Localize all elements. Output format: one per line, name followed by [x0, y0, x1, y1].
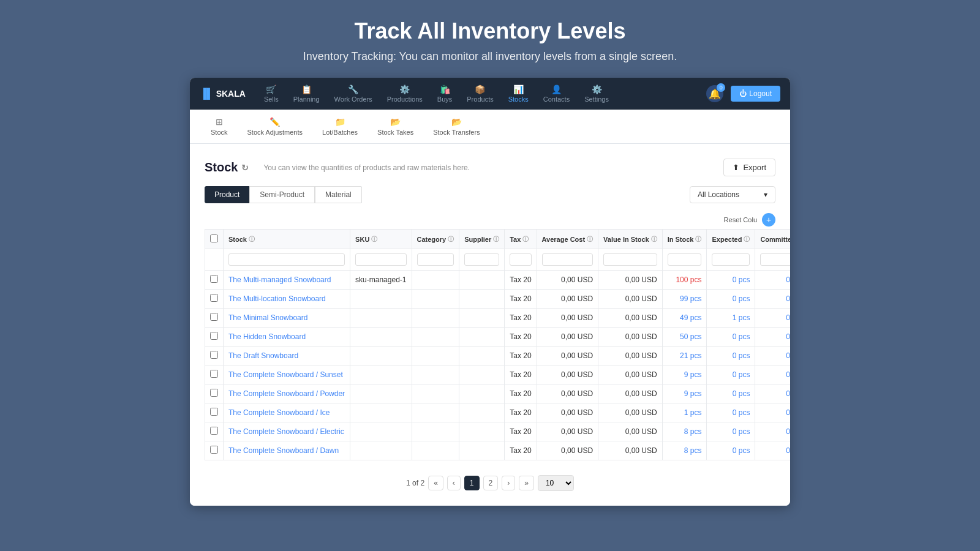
row-expected-2[interactable]: 1 pcs	[707, 309, 755, 328]
row-name-1[interactable]: The Multi-location Snowboard	[224, 290, 350, 309]
filter-tax-input[interactable]	[505, 249, 537, 271]
row-in-stock-9[interactable]: 8 pcs	[662, 441, 707, 460]
row-expected-6[interactable]: 0 pcs	[707, 384, 755, 403]
row-checkbox-1[interactable]	[205, 290, 224, 309]
first-page-button[interactable]: «	[428, 476, 443, 490]
row-expected-5[interactable]: 0 pcs	[707, 365, 755, 384]
row-expected-4[interactable]: 0 pcs	[707, 347, 755, 365]
row-in-stock-8[interactable]: 8 pcs	[662, 422, 707, 441]
row-in-stock-6[interactable]: 9 pcs	[662, 384, 707, 403]
refresh-icon[interactable]: ↻	[241, 163, 249, 173]
filter-expected-input[interactable]	[707, 249, 755, 271]
add-column-button[interactable]: +	[762, 213, 775, 227]
in-stock-filter-input[interactable]	[668, 253, 702, 266]
tax-filter-input[interactable]	[510, 253, 531, 266]
row-in-stock-1[interactable]: 99 pcs	[662, 290, 707, 309]
row-committed-0[interactable]: 0 pcs	[755, 271, 790, 290]
subnav-stock[interactable]: ⊞ Stock	[202, 113, 236, 140]
nav-item-planning[interactable]: 📋 Planning	[287, 81, 326, 107]
row-name-6[interactable]: The Complete Snowboard / Powder	[224, 384, 350, 403]
row-checkbox-3[interactable]	[205, 328, 224, 347]
prev-page-button[interactable]: ‹	[447, 476, 461, 490]
row-in-stock-5[interactable]: 9 pcs	[662, 365, 707, 384]
select-all-checkbox[interactable]	[210, 234, 218, 242]
filter-sku-input[interactable]	[350, 249, 412, 271]
row-name-3[interactable]: The Hidden Snowboard	[224, 328, 350, 347]
tab-product[interactable]: Product	[205, 186, 249, 203]
row-name-2[interactable]: The Minimal Snowboard	[224, 309, 350, 328]
per-page-select[interactable]: 10 25 50 100	[538, 475, 574, 491]
row-committed-5[interactable]: 0 pcs	[755, 365, 790, 384]
last-page-button[interactable]: »	[519, 476, 534, 490]
expected-filter-input[interactable]	[712, 253, 750, 266]
nav-item-buys[interactable]: 🛍️ Buys	[431, 81, 458, 107]
row-committed-3[interactable]: 0 pcs	[755, 328, 790, 347]
row-expected-0[interactable]: 0 pcs	[707, 271, 755, 290]
row-check-0[interactable]	[210, 275, 218, 283]
row-expected-9[interactable]: 0 pcs	[707, 441, 755, 460]
nav-item-settings[interactable]: ⚙️ Settings	[578, 81, 615, 107]
row-checkbox-5[interactable]	[205, 365, 224, 384]
row-checkbox-9[interactable]	[205, 441, 224, 460]
row-committed-2[interactable]: 0 pcs	[755, 309, 790, 328]
row-committed-9[interactable]: 0 pcs	[755, 441, 790, 460]
nav-item-stocks[interactable]: 📊 Stocks	[502, 81, 535, 107]
row-name-4[interactable]: The Draft Snowboard	[224, 347, 350, 365]
row-committed-8[interactable]: 0 pcs	[755, 422, 790, 441]
row-checkbox-2[interactable]	[205, 309, 224, 328]
committed-filter-input[interactable]	[760, 253, 790, 266]
subnav-stock-transfers[interactable]: 📂 Stock Transfers	[424, 113, 488, 140]
row-check-7[interactable]	[210, 408, 218, 416]
row-name-8[interactable]: The Complete Snowboard / Electric	[224, 422, 350, 441]
row-check-4[interactable]	[210, 351, 218, 359]
row-checkbox-0[interactable]	[205, 271, 224, 290]
filter-avg-cost-input[interactable]	[537, 249, 598, 271]
stock-filter-input[interactable]	[228, 253, 345, 266]
row-in-stock-7[interactable]: 1 pcs	[662, 403, 707, 422]
sku-filter-input[interactable]	[355, 253, 406, 266]
row-expected-8[interactable]: 0 pcs	[707, 422, 755, 441]
nav-item-productions[interactable]: ⚙️ Productions	[381, 81, 429, 107]
row-checkbox-7[interactable]	[205, 403, 224, 422]
nav-item-products[interactable]: 📦 Products	[461, 81, 499, 107]
filter-stock-input[interactable]	[224, 249, 350, 271]
tab-semi-product[interactable]: Semi-Product	[249, 186, 315, 203]
row-name-0[interactable]: The Multi-managed Snowboard	[224, 271, 350, 290]
row-in-stock-0[interactable]: 100 pcs	[662, 271, 707, 290]
nav-item-sells[interactable]: 🛒 Sells	[258, 81, 285, 107]
row-check-8[interactable]	[210, 427, 218, 435]
row-check-5[interactable]	[210, 370, 218, 378]
nav-item-workorders[interactable]: 🔧 Work Orders	[328, 81, 379, 107]
row-check-3[interactable]	[210, 332, 218, 340]
category-filter-input[interactable]	[417, 253, 454, 266]
row-checkbox-8[interactable]	[205, 422, 224, 441]
filter-in-stock-input[interactable]	[662, 249, 707, 271]
next-page-button[interactable]: ›	[502, 476, 515, 490]
row-check-1[interactable]	[210, 294, 218, 302]
row-name-9[interactable]: The Complete Snowboard / Dawn	[224, 441, 350, 460]
page-2-button[interactable]: 2	[483, 476, 499, 490]
location-select[interactable]: All Locations ▾	[690, 186, 775, 203]
page-1-button[interactable]: 1	[464, 476, 480, 490]
row-expected-7[interactable]: 0 pcs	[707, 403, 755, 422]
filter-value-stock-input[interactable]	[598, 249, 663, 271]
row-name-5[interactable]: The Complete Snowboard / Sunset	[224, 365, 350, 384]
row-committed-1[interactable]: 0 pcs	[755, 290, 790, 309]
filter-supplier-input[interactable]	[459, 249, 505, 271]
row-check-6[interactable]	[210, 389, 218, 397]
row-check-2[interactable]	[210, 313, 218, 321]
tab-material[interactable]: Material	[315, 186, 362, 203]
logout-button[interactable]: ⏻ Logout	[731, 86, 780, 102]
export-button[interactable]: ⬆ Export	[723, 159, 775, 176]
row-committed-4[interactable]: 0 pcs	[755, 347, 790, 365]
supplier-filter-input[interactable]	[464, 253, 499, 266]
filter-committed-input[interactable]	[755, 249, 790, 271]
row-committed-7[interactable]: 0 pcs	[755, 403, 790, 422]
filter-category-input[interactable]	[412, 249, 459, 271]
row-check-9[interactable]	[210, 446, 218, 454]
row-expected-3[interactable]: 0 pcs	[707, 328, 755, 347]
row-checkbox-6[interactable]	[205, 384, 224, 403]
row-in-stock-3[interactable]: 50 pcs	[662, 328, 707, 347]
avg-cost-filter-input[interactable]	[542, 253, 594, 266]
row-in-stock-2[interactable]: 49 pcs	[662, 309, 707, 328]
